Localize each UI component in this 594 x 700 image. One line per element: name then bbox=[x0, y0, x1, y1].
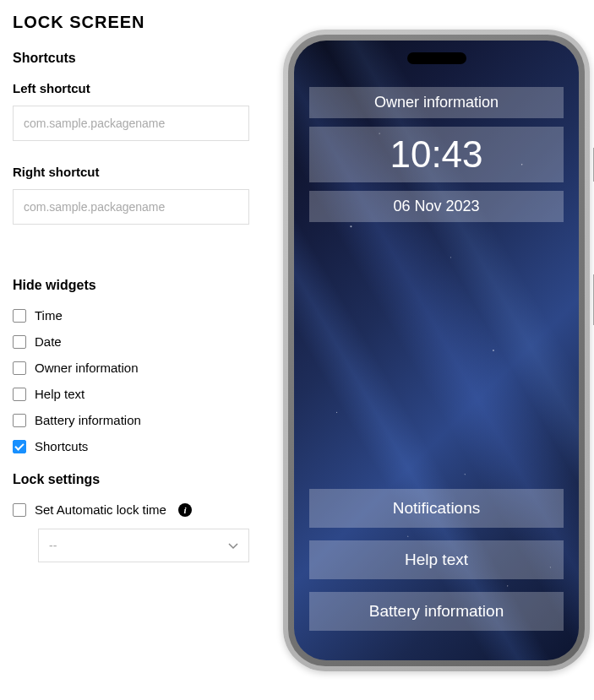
shortcuts-heading: Shortcuts bbox=[13, 51, 262, 66]
widget-battery-info: Battery information bbox=[309, 592, 564, 631]
checkbox-row-shortcuts: Shortcuts bbox=[13, 439, 262, 453]
right-shortcut-input[interactable] bbox=[13, 189, 249, 225]
widget-help-text: Help text bbox=[309, 540, 564, 579]
widget-notifications: Notifications bbox=[309, 489, 564, 528]
phone-notch bbox=[407, 52, 466, 64]
checkbox-row-date: Date bbox=[13, 334, 262, 349]
checkbox-label: Owner information bbox=[35, 361, 139, 375]
checkbox-label: Date bbox=[35, 334, 62, 349]
checkbox-label: Battery information bbox=[35, 413, 141, 427]
left-shortcut-label: Left shortcut bbox=[13, 81, 262, 95]
phone-preview: Owner information 10:43 06 Nov 2023 Noti… bbox=[283, 13, 594, 671]
checkbox-row-battery-info: Battery information bbox=[13, 413, 262, 427]
checkbox-row-auto-lock: Set Automatic lock time i bbox=[13, 502, 262, 517]
checkbox-label: Time bbox=[35, 308, 63, 323]
settings-panel: LOCK SCREEN Shortcuts Left shortcut Righ… bbox=[13, 13, 262, 671]
checkbox-row-owner-info: Owner information bbox=[13, 361, 262, 375]
lock-settings-heading: Lock settings bbox=[13, 472, 262, 487]
right-shortcut-label: Right shortcut bbox=[13, 165, 262, 179]
checkbox-owner-info[interactable] bbox=[13, 361, 26, 375]
select-value: -- bbox=[49, 539, 57, 552]
checkbox-shortcuts[interactable] bbox=[13, 440, 26, 453]
checkbox-time[interactable] bbox=[13, 309, 26, 323]
checkbox-auto-lock[interactable] bbox=[13, 503, 26, 517]
hide-widgets-heading: Hide widgets bbox=[13, 278, 262, 293]
chevron-down-icon bbox=[228, 539, 238, 552]
widget-owner-info: Owner information bbox=[309, 87, 564, 118]
checkbox-label: Set Automatic lock time bbox=[35, 502, 166, 517]
phone-screen: Owner information 10:43 06 Nov 2023 Noti… bbox=[294, 41, 579, 660]
checkbox-battery-info[interactable] bbox=[13, 414, 26, 427]
checkbox-label: Help text bbox=[35, 387, 84, 401]
page-title: LOCK SCREEN bbox=[13, 13, 262, 32]
checkbox-row-help-text: Help text bbox=[13, 387, 262, 401]
phone-frame: Owner information 10:43 06 Nov 2023 Noti… bbox=[283, 30, 590, 671]
checkbox-row-time: Time bbox=[13, 308, 262, 323]
left-shortcut-input[interactable] bbox=[13, 106, 249, 141]
auto-lock-time-select[interactable]: -- bbox=[38, 529, 249, 562]
widget-time: 10:43 bbox=[309, 127, 564, 182]
info-icon[interactable]: i bbox=[178, 503, 192, 517]
checkbox-label: Shortcuts bbox=[35, 439, 88, 453]
widget-date: 06 Nov 2023 bbox=[309, 191, 564, 222]
checkbox-date[interactable] bbox=[13, 335, 26, 349]
checkbox-help-text[interactable] bbox=[13, 388, 26, 401]
